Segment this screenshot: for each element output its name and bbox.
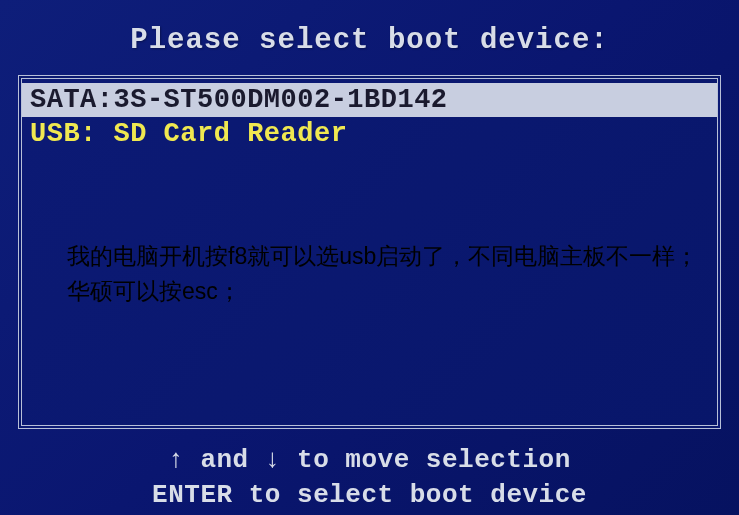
boot-device-list[interactable]: SATA:3S-ST500DM002-1BD142 USB: SD Card R… (22, 79, 717, 155)
up-down-arrows-icon: ↑ and ↓ (168, 445, 297, 475)
user-annotation-text: 我的电脑开机按f8就可以选usb启动了，不同电脑主板不一样；华硕可以按esc； (67, 239, 707, 308)
hint-arrows-line: ↑ and ↓ to move selection (0, 443, 739, 478)
bios-boot-menu: Please select boot device: SATA:3S-ST500… (0, 0, 739, 515)
navigation-hints: ↑ and ↓ to move selection ENTER to selec… (0, 429, 739, 513)
menu-title: Please select boot device: (0, 0, 739, 75)
device-label: USB: SD Card Reader (30, 119, 347, 149)
device-list-frame: SATA:3S-ST500DM002-1BD142 USB: SD Card R… (18, 75, 721, 429)
boot-device-usb[interactable]: USB: SD Card Reader (22, 117, 717, 151)
hint-enter-line: ENTER to select boot device (0, 478, 739, 513)
boot-device-sata[interactable]: SATA:3S-ST500DM002-1BD142 (22, 83, 717, 117)
hint-move-text: to move selection (297, 445, 571, 475)
hint-select-text: to select boot device (249, 480, 587, 510)
enter-key-label: ENTER (152, 480, 249, 510)
device-label: SATA:3S-ST500DM002-1BD142 (30, 85, 448, 115)
